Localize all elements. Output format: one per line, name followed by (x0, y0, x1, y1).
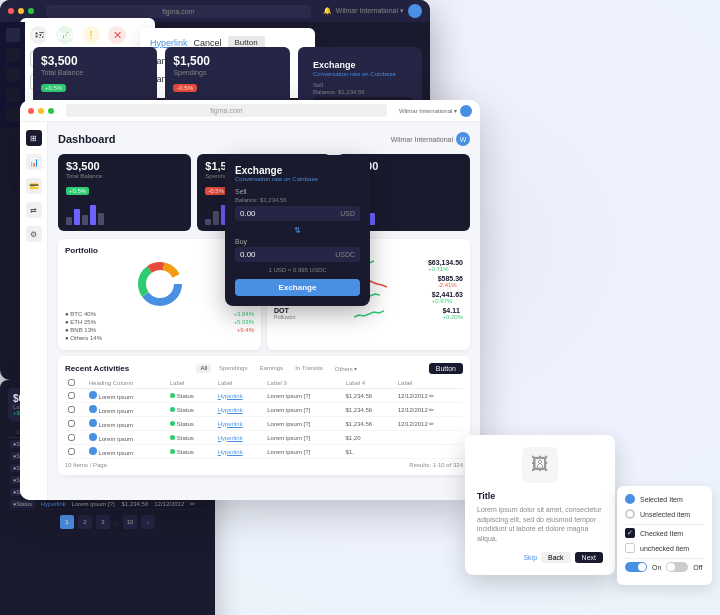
sell-value: 0.00 (240, 209, 340, 218)
info-modal: 🖼 Title Lorem ipsum dolor sit amet, cons… (465, 435, 615, 575)
page-1-btn[interactable]: 1 (60, 515, 74, 529)
page-10-btn[interactable]: 10 (123, 515, 137, 529)
toggle-off[interactable] (666, 562, 688, 572)
exchange-button-overlay[interactable]: Exchange (235, 279, 360, 296)
checked-item-label: Checked Item (640, 530, 683, 537)
url-text-front: figma.com (210, 107, 242, 114)
sell-section-label: Sell (235, 188, 360, 195)
sidebar-home[interactable]: ⊞ (26, 130, 42, 146)
page-2-btn[interactable]: 2 (78, 515, 92, 529)
dash-sidebar: ⊞ 📊 💳 ⇄ ⚙ (20, 122, 48, 500)
dot-green-back (28, 8, 34, 14)
col-label5: Label (395, 378, 463, 389)
selected-item-label: Selected Item (640, 496, 683, 503)
donut-hole (148, 272, 172, 296)
buy-input-overlay[interactable]: 0.00 USDC (235, 247, 360, 262)
activities-pagination: 10 Items / Page Results: 1-10 of 324 (65, 462, 463, 468)
modal-buttons: Skip Back Next (477, 552, 603, 563)
controls-card: Selected Item Unselected item ✓ Checked … (617, 486, 712, 585)
checked-checkbox[interactable]: ✓ (625, 528, 635, 538)
stat-badge-1-back: +0.5% (41, 84, 66, 92)
port-btc: ● BTC 40% +3.84% (65, 311, 254, 317)
dash-title-back: Dashboard (33, 30, 422, 41)
col-heading: Heading Column (86, 378, 167, 389)
portfolio-list: ● BTC 40% +3.84% ● ETH 25% +5.03% ● BNB … (65, 311, 254, 341)
dot-red-back (8, 8, 14, 14)
dot-sparkline (354, 308, 384, 320)
table-row: Lorem ipsum Status Hyperlink Lorem ipsum… (65, 403, 463, 417)
watch-dot: DOT Polkadot $4.11 +0.20% (274, 307, 463, 320)
port-eth: ● ETH 25% +5.03% (65, 319, 254, 325)
table-row: Lorem ipsum Status Hyperlink Lorem ipsum… (65, 431, 463, 445)
unchecked-checkbox[interactable] (625, 543, 635, 553)
selected-item-row: Selected Item (625, 494, 704, 504)
header-right-front: Wilmar International ▾ (399, 105, 472, 117)
port-others: ● Others 14% (65, 335, 254, 341)
sell-currency: USD (340, 210, 355, 217)
tab-all[interactable]: All (196, 364, 211, 373)
exchange-divider: ⇅ (235, 226, 360, 235)
activities-title: Recent Activities (65, 364, 129, 373)
browser-bar-front: figma.com Wilmar International ▾ (20, 100, 480, 122)
table-row: Lorem ipsum Status Hyperlink Lorem ipsum… (65, 417, 463, 431)
stat-total-front: $3,500 Total Balance +0.5% (58, 154, 191, 231)
dashboard-user: Wilmar International W (391, 132, 470, 146)
unchecked-item-label: unchecked item (640, 545, 689, 552)
modal-text: Lorem ipsum dolor sit amet, consectetur … (477, 505, 603, 544)
off-label: Off (693, 564, 702, 571)
page-3-btn[interactable]: 3 (96, 515, 110, 529)
table-row: Lorem ipsum Status Hyperlink Lorem ipsum… (65, 445, 463, 459)
buy-value: 0.00 (240, 250, 335, 259)
sidebar-settings[interactable]: ⚙ (26, 226, 42, 242)
checked-item-row: ✓ Checked Item (625, 528, 704, 538)
exchange-subtitle: Conversation rate on Coinbase (235, 176, 360, 182)
modal-title: Title (477, 491, 603, 501)
port-bnb: ● BNB 13% +9.4% (65, 327, 254, 333)
exchange-title: Exchange (235, 165, 360, 176)
unselected-radio[interactable] (625, 509, 635, 519)
toggle-on-row: On Off (625, 562, 704, 572)
tab-spendings[interactable]: Spendings (215, 364, 251, 373)
sidebar-wallet[interactable]: 💳 (26, 178, 42, 194)
col-label3: Label 3 (264, 378, 342, 389)
tab-others[interactable]: Others ▾ (331, 364, 362, 373)
sell-balance: Balance: $1,234.56 (235, 197, 360, 203)
selected-radio[interactable] (625, 494, 635, 504)
unchecked-item-row: unchecked item (625, 543, 704, 553)
activities-tabs: All Spendings Earnings In Transits Other… (196, 364, 361, 373)
col-label4: Label 4 (343, 378, 395, 389)
stat-badge-total: +0.5% (66, 187, 89, 195)
dot-yellow-front (38, 108, 44, 114)
page-next-btn[interactable]: › (141, 515, 155, 529)
dashboard-header: Dashboard Wilmar International W (58, 132, 470, 146)
sidebar-chart[interactable]: 📊 (26, 154, 42, 170)
user-avatar-main: W (456, 132, 470, 146)
stat-val-total: $3,500 (66, 160, 183, 172)
dot-red-front (28, 108, 34, 114)
modal-icon: 🖼 (522, 447, 558, 483)
donut-chart (135, 259, 185, 309)
activities-table: Heading Column Label Label Label 3 Label… (65, 378, 463, 459)
exchange-overlay-card: Exchange Conversation rate on Coinbase S… (225, 155, 370, 306)
select-all-check[interactable] (68, 379, 75, 386)
table-row: Lorem ipsum Status Hyperlink Lorem ipsum… (65, 389, 463, 403)
dashboard-title: Dashboard (58, 133, 115, 145)
back-button[interactable]: Back (541, 552, 571, 563)
stat-label-total: Total Balance (66, 173, 183, 179)
user-avatar-front (460, 105, 472, 117)
skip-button[interactable]: Skip (523, 552, 537, 563)
stat-label-1-back: Total Balance (41, 69, 149, 76)
tab-transits[interactable]: In Transits (291, 364, 327, 373)
sidebar-exchange[interactable]: ⇄ (26, 202, 42, 218)
unselected-item-label: Unselected item (640, 511, 690, 518)
donut-svg (135, 259, 185, 309)
activities-button[interactable]: Button (429, 363, 463, 374)
on-label: On (652, 564, 661, 571)
tab-earnings[interactable]: Earnings (255, 364, 287, 373)
next-button[interactable]: Next (575, 552, 603, 563)
col-label1: Label (167, 378, 215, 389)
toggle-on[interactable] (625, 562, 647, 572)
rt-pagination: 1 2 3 ... 10 › (8, 515, 207, 529)
activities-card: Recent Activities All Spendings Earnings… (58, 356, 470, 475)
sell-input-overlay[interactable]: 0.00 USD (235, 206, 360, 221)
